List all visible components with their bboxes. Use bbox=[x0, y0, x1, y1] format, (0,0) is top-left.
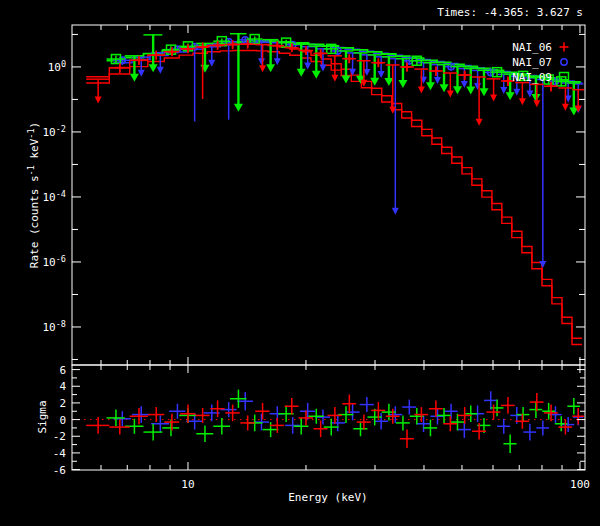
x-tick-label: 10 bbox=[181, 478, 194, 491]
upper-limit-arrow bbox=[341, 75, 350, 83]
sigma-tick-label: 2 bbox=[59, 397, 66, 410]
sigma-tick-label: 4 bbox=[59, 380, 66, 393]
sigma-tick-label: 0 bbox=[59, 414, 66, 427]
y-axis-label-rate: Rate (counts s-1 keV-1) bbox=[26, 122, 41, 268]
upper-limit-arrow bbox=[208, 60, 215, 67]
upper-limit-arrow bbox=[258, 58, 265, 65]
y-tick-label: 10-8 bbox=[43, 319, 67, 334]
residual-panel-data bbox=[72, 390, 585, 453]
top-panel-frame bbox=[72, 25, 585, 365]
legend-item-NAI_06: NAI_06 bbox=[512, 41, 568, 54]
upper-limit-arrow bbox=[297, 69, 306, 77]
upper-limit-arrow bbox=[378, 71, 385, 78]
model-line-NAI_06-upper bbox=[86, 44, 582, 338]
upper-limit-arrow bbox=[562, 104, 569, 111]
upper-limit-arrow bbox=[418, 86, 425, 93]
upper-limit-arrow bbox=[526, 90, 533, 97]
plot-title: Times: -4.365: 3.627 s bbox=[437, 6, 583, 19]
legend-item-NAI_07: NAI_07 bbox=[512, 56, 567, 69]
legend: NAI_06NAI_07NAI_09 bbox=[512, 41, 568, 84]
legend-item-NAI_09: NAI_09 bbox=[512, 71, 568, 84]
y-tick-label: 100 bbox=[48, 59, 66, 74]
spectral-fit-window: 1010010010-210-410-610-86420-2-4-6Times:… bbox=[0, 0, 600, 526]
upper-limit-arrow bbox=[130, 74, 139, 82]
upper-limit-arrow bbox=[266, 64, 275, 72]
y-tick-label: 10-6 bbox=[43, 254, 67, 269]
sigma-tick-label: -6 bbox=[53, 464, 66, 477]
legend-label: NAI_06 bbox=[512, 41, 552, 54]
legend-label: NAI_07 bbox=[512, 56, 552, 69]
upper-limit-arrow bbox=[331, 75, 338, 82]
upper-limit-arrow bbox=[466, 86, 475, 94]
upper-limit-arrow bbox=[259, 65, 266, 72]
x-tick-label: 100 bbox=[570, 478, 590, 491]
y-tick-label: 10-4 bbox=[43, 189, 67, 204]
upper-limit-arrow bbox=[533, 100, 540, 107]
x-axis-label: Energy (keV) bbox=[288, 491, 367, 504]
upper-limit-arrow bbox=[200, 65, 209, 73]
upper-limit-arrow bbox=[304, 62, 311, 69]
upper-limit-arrow bbox=[426, 82, 435, 90]
sigma-tick-label: 6 bbox=[59, 364, 66, 377]
upper-limit-arrow bbox=[149, 64, 158, 72]
spectrum-plot-canvas: 1010010010-210-410-610-86420-2-4-6Times:… bbox=[0, 0, 600, 526]
upper-limit-arrow bbox=[234, 104, 243, 112]
upper-limit-arrow bbox=[312, 71, 321, 79]
upper-limit-arrow bbox=[434, 77, 441, 84]
residuals-NAI_09 bbox=[107, 390, 580, 453]
upper-limit-arrow bbox=[479, 88, 488, 96]
upper-limit-arrow bbox=[476, 119, 483, 126]
y-axis-label-sigma: Sigma bbox=[36, 400, 49, 433]
upper-limit-arrow bbox=[539, 261, 546, 268]
upper-limit-arrow bbox=[490, 95, 497, 102]
upper-limit-arrow bbox=[519, 98, 526, 105]
upper-limit-arrow bbox=[138, 70, 145, 77]
upper-limit-arrow bbox=[319, 65, 326, 72]
top-panel-data bbox=[86, 34, 584, 345]
upper-limit-arrow bbox=[95, 97, 102, 104]
sigma-tick-label: -4 bbox=[53, 447, 67, 460]
legend-label: NAI_09 bbox=[512, 71, 552, 84]
upper-limit-arrow bbox=[157, 67, 164, 74]
upper-limit-arrow bbox=[398, 80, 407, 88]
upper-limit-arrow bbox=[447, 90, 454, 97]
upper-limit-arrow bbox=[506, 92, 515, 100]
upper-limit-arrow bbox=[392, 208, 399, 215]
upper-limit-arrow bbox=[453, 86, 462, 94]
y-tick-label: 10-2 bbox=[43, 124, 67, 139]
sigma-tick-label: -2 bbox=[53, 430, 66, 443]
